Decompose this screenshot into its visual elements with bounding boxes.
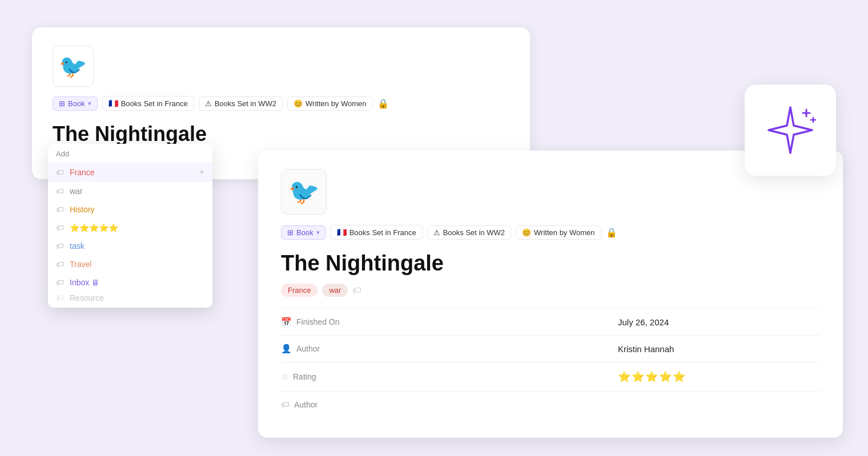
dropdown-item-inbox[interactable]: 🏷 Inbox 🖥 [48,273,212,292]
tag-women[interactable]: 😊 Written by Women [287,96,372,111]
front-women-emoji-icon: 😊 [522,228,531,237]
back-book-icon: 🐦 [53,46,94,87]
person-icon: 👤 [281,344,292,354]
dropdown-item-resource[interactable]: 🏷 Resource [48,292,212,304]
inline-tag-france[interactable]: France [281,284,318,297]
prop-key-rating: ☆ Rating [281,372,395,382]
front-book-title: The Nightingale [281,251,820,276]
tag-item-icon: 🏷 [56,205,64,214]
prop-key-rating-label: Rating [293,372,316,381]
front-chevron-down-icon: ▾ [316,229,320,236]
front-tag-women[interactable]: 😊 Written by Women [516,225,601,240]
front-ww2-icon: ⚠ [433,228,440,237]
front-tag-france[interactable]: 🇫🇷 Books Set in France [331,225,423,240]
dropdown-war-label: war [70,187,83,196]
sparkle-icon [762,102,819,159]
tag-ww2-label: Books Set in WW2 [215,99,276,108]
prop-val-author[interactable]: Kristin Hannah [618,336,820,362]
front-tag-women-label: Written by Women [534,228,594,237]
prop-val-rating[interactable]: ⭐⭐⭐⭐⭐ [618,362,820,392]
tag-france-label: Books Set in France [121,99,188,108]
tag-item-icon: 🏷 [56,187,64,196]
tag-item-icon: 🏷 [56,293,64,302]
dropdown-history-label: History [70,205,95,214]
property-row-rating: ☆ Rating ⭐⭐⭐⭐⭐ [281,362,820,392]
dropdown-item-travel[interactable]: 🏷 Travel [48,255,212,273]
dropdown-item-history[interactable]: 🏷 History [48,200,212,219]
front-tag-ww2-label: Books Set in WW2 [443,228,505,237]
tag-ww2[interactable]: ⚠ Books Set in WW2 [199,96,283,111]
prop-val-finished[interactable]: July 26, 2024 [618,309,820,336]
dropdown-item-stars[interactable]: 🏷 ⭐⭐⭐⭐⭐ [48,219,212,237]
prop-val-author2[interactable] [618,392,820,418]
properties-table: 📅 Finished On July 26, 2024 👤 Author Kri… [281,308,820,417]
tag-item-icon: 🏷 [56,260,64,269]
dropdown-stars-label: ⭐⭐⭐⭐⭐ [70,223,118,232]
dropdown-header: Add [48,150,212,163]
front-card: 🐦 ⊞ Book ▾ 🇫🇷 Books Set in France ⚠ Book… [258,151,843,438]
property-row-author2: 🏷 Author [281,392,820,418]
prop-key-author: 👤 Author [281,344,395,354]
add-tag-icon[interactable]: 🏷 [352,285,361,296]
front-tag-ww2[interactable]: ⚠ Books Set in WW2 [427,225,511,240]
stars-display: ⭐⭐⭐⭐⭐ [618,371,686,382]
back-tags-row: ⊞ Book ▾ 🇫🇷 Books Set in France ⚠ Books … [53,96,509,111]
prop-key-author-label: Author [296,344,320,353]
tag-france[interactable]: 🇫🇷 Books Set in France [102,96,194,111]
tag-item-icon: 🏷 [56,241,64,251]
prop-key-author2-label: Author [294,400,318,409]
star-icon: ☆ [281,372,288,382]
front-france-flag-icon: 🇫🇷 [337,228,347,237]
women-emoji-icon: 😊 [294,99,303,108]
dropdown-france-label: France [70,168,95,177]
ww2-icon: ⚠ [205,99,212,108]
prop-key-author2: 🏷 Author [281,399,395,409]
dropdown-item-war[interactable]: 🏷 war [48,182,212,200]
tag-item-icon: 🏷 [56,168,64,177]
front-tag-book[interactable]: ⊞ Book ▾ [281,225,326,240]
dropdown-item-france[interactable]: 🏷 France + [48,163,212,182]
property-row-author: 👤 Author Kristin Hannah [281,336,820,362]
back-book-title: The Nightingale [53,122,509,146]
inline-tag-war[interactable]: war [322,284,348,297]
tag-item-icon: 🏷 [56,223,64,232]
lock-icon: 🔒 [377,98,389,109]
front-tags-row: ⊞ Book ▾ 🇫🇷 Books Set in France ⚠ Books … [281,225,820,240]
book-icon: ⊞ [59,99,65,108]
tag-book[interactable]: ⊞ Book ▾ [53,96,98,111]
tag-icon: 🏷 [281,399,290,409]
ai-sparkle-card[interactable] [745,84,836,176]
prop-key-finished: 📅 Finished On [281,317,395,327]
dropdown-task-label: task [70,241,85,251]
dropdown-travel-label: Travel [70,260,91,269]
tag-dropdown: Add 🏷 France + 🏷 war 🏷 History 🏷 ⭐⭐⭐⭐⭐ 🏷… [48,144,212,308]
tag-item-icon: 🏷 [56,278,64,287]
plus-icon[interactable]: + [199,167,204,177]
front-book-icon: 🐦 [281,169,327,215]
tag-women-label: Written by Women [306,99,366,108]
property-row-finished: 📅 Finished On July 26, 2024 [281,309,820,336]
dropdown-inbox-label: Inbox 🖥 [70,278,99,287]
front-tag-france-label: Books Set in France [349,228,416,237]
front-lock-icon: 🔒 [606,227,617,238]
tag-book-label: Book [68,99,85,108]
dropdown-resource-label: Resource [70,293,104,302]
front-book-icon-tag: ⊞ [287,228,294,237]
front-tag-book-label: Book [296,228,314,237]
dropdown-item-task[interactable]: 🏷 task [48,237,212,255]
france-flag-icon: 🇫🇷 [108,99,118,108]
inline-tags-row: France war 🏷 [281,284,820,297]
calendar-icon: 📅 [281,317,292,327]
prop-key-finished-label: Finished On [296,317,339,326]
chevron-down-icon: ▾ [88,100,91,107]
